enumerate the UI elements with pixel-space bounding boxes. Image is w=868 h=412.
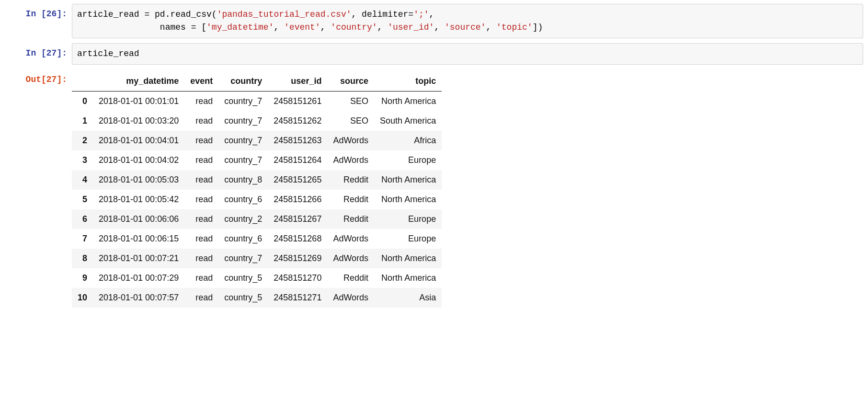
cell: 2018-01-01 00:05:03	[93, 170, 184, 190]
cell: North America	[374, 92, 442, 112]
cell: country_7	[218, 131, 268, 150]
code-string: 'country'	[331, 23, 377, 32]
row-index: 10	[72, 288, 93, 308]
col-header: topic	[374, 71, 442, 92]
cell: read	[184, 150, 218, 170]
cell: Reddit	[327, 170, 374, 190]
table-row: 0 2018-01-01 00:01:01 read country_7 245…	[72, 92, 442, 112]
cell: 2458151268	[268, 229, 327, 249]
code-token: ,	[320, 23, 331, 32]
cell: 2018-01-01 00:04:02	[93, 150, 184, 170]
row-index: 0	[72, 92, 93, 112]
cell: read	[184, 111, 218, 131]
code-input-26[interactable]: article_read = pd.read_csv('pandas_tutor…	[72, 4, 863, 38]
code-string: 'event'	[284, 23, 320, 32]
index-header	[72, 71, 93, 92]
cell: Africa	[374, 131, 442, 150]
code-token: ])	[533, 23, 543, 32]
col-header: source	[327, 71, 374, 92]
cell: Reddit	[327, 268, 374, 288]
cell: 2018-01-01 00:04:01	[93, 131, 184, 150]
cell: Europe	[374, 229, 442, 249]
cell: 2018-01-01 00:01:01	[93, 92, 184, 112]
cell: 2458151261	[268, 92, 327, 112]
cell: AdWords	[327, 131, 374, 150]
out-prompt-27: Out[27]:	[5, 69, 72, 85]
dataframe-table: my_datetime event country user_id source…	[72, 71, 442, 308]
cell: country_5	[218, 288, 268, 308]
code-token: ,	[434, 23, 445, 32]
cell: country_6	[218, 190, 268, 209]
col-header: my_datetime	[93, 71, 184, 92]
cell: read	[184, 190, 218, 209]
table-row: 8 2018-01-01 00:07:21 read country_7 245…	[72, 249, 442, 268]
cell: 2018-01-01 00:03:20	[93, 111, 184, 131]
cell: country_5	[218, 268, 268, 288]
table-row: 10 2018-01-01 00:07:57 read country_5 24…	[72, 288, 442, 308]
row-index: 5	[72, 190, 93, 209]
cell: SEO	[327, 111, 374, 131]
table-row: 9 2018-01-01 00:07:29 read country_5 245…	[72, 268, 442, 288]
in-prompt-26: In [26]:	[5, 4, 72, 20]
cell: Asia	[374, 288, 442, 308]
table-row: 3 2018-01-01 00:04:02 read country_7 245…	[72, 150, 442, 170]
code-string: 'topic'	[496, 23, 533, 32]
code-string: 'source'	[445, 23, 486, 32]
cell: 2018-01-01 00:05:42	[93, 190, 184, 209]
cell: country_7	[218, 249, 268, 268]
cell: country_7	[218, 150, 268, 170]
cell: Europe	[374, 150, 442, 170]
cell: read	[184, 209, 218, 229]
cell: SEO	[327, 92, 374, 112]
code-string: 'my_datetime'	[206, 23, 274, 32]
output-area-27: my_datetime event country user_id source…	[72, 69, 863, 308]
cell: 2458151262	[268, 111, 327, 131]
cell: country_8	[218, 170, 268, 190]
col-header: country	[218, 71, 268, 92]
cell: 2458151265	[268, 170, 327, 190]
cell: 2458151267	[268, 209, 327, 229]
row-index: 7	[72, 229, 93, 249]
in-prompt-27: In [27]:	[5, 43, 72, 59]
cell: read	[184, 170, 218, 190]
table-body: 0 2018-01-01 00:01:01 read country_7 245…	[72, 92, 442, 308]
cell: read	[184, 92, 218, 112]
output-cell-27: Out[27]: my_datetime event country user_…	[5, 69, 863, 308]
cell: country_2	[218, 209, 268, 229]
cell: Reddit	[327, 190, 374, 209]
code-token: ,	[274, 23, 284, 32]
col-header: event	[184, 71, 218, 92]
cell: 2018-01-01 00:07:57	[93, 288, 184, 308]
code-token: ,	[377, 23, 388, 32]
cell: 2018-01-01 00:07:29	[93, 268, 184, 288]
code-token: ,	[486, 23, 496, 32]
cell: 2458151269	[268, 249, 327, 268]
code-string: 'user_id'	[388, 23, 434, 32]
table-row: 6 2018-01-01 00:06:06 read country_2 245…	[72, 209, 442, 229]
code-input-27[interactable]: article_read	[72, 43, 863, 65]
cell: country_7	[218, 111, 268, 131]
cell: North America	[374, 190, 442, 209]
row-index: 9	[72, 268, 93, 288]
code-string: ';'	[413, 10, 429, 19]
cell: 2458151271	[268, 288, 327, 308]
cell: North America	[374, 249, 442, 268]
code-token: , delimiter=	[352, 10, 414, 19]
row-index: 2	[72, 131, 93, 150]
cell: Europe	[374, 209, 442, 229]
cell: AdWords	[327, 249, 374, 268]
cell: AdWords	[327, 150, 374, 170]
cell: North America	[374, 268, 442, 288]
code-cell-26: In [26]: article_read = pd.read_csv('pan…	[5, 4, 863, 38]
code-cell-27: In [27]: article_read	[5, 43, 863, 65]
cell: read	[184, 131, 218, 150]
code-string: 'pandas_tutorial_read.csv'	[217, 10, 352, 19]
table-row: 2 2018-01-01 00:04:01 read country_7 245…	[72, 131, 442, 150]
cell: read	[184, 268, 218, 288]
row-index: 3	[72, 150, 93, 170]
cell: country_7	[218, 92, 268, 112]
cell: country_6	[218, 229, 268, 249]
cell: AdWords	[327, 288, 374, 308]
row-index: 4	[72, 170, 93, 190]
col-header: user_id	[268, 71, 327, 92]
